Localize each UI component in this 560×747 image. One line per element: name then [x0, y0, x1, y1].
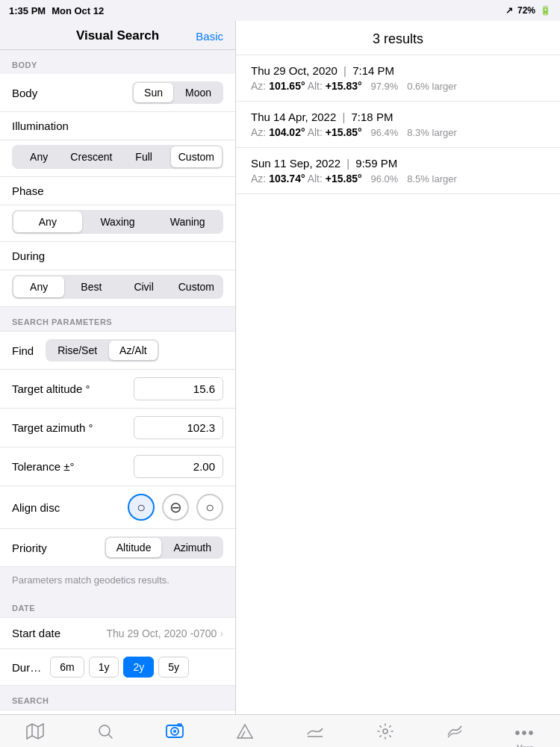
- target-azimuth-row: Target azimuth °: [0, 409, 235, 447]
- illum-crescent-btn[interactable]: Crescent: [66, 146, 116, 167]
- visual-search-icon: [165, 722, 184, 746]
- more-icon: •••: [515, 725, 535, 742]
- body-sun-btn[interactable]: Sun: [134, 83, 173, 102]
- result-2-coords: Az: 104.02° Alt: +15.85° 96.4% 8.3% larg…: [251, 126, 545, 138]
- search-section-header: SEARCH: [0, 686, 235, 710]
- tab-more-label: More: [517, 744, 534, 747]
- illum-full-btn[interactable]: Full: [119, 146, 169, 167]
- battery-icon: 🔋: [540, 5, 551, 16]
- svg-point-14: [383, 729, 388, 734]
- target-altitude-row: Target altitude °: [0, 370, 235, 409]
- settings-icon: [376, 722, 394, 745]
- target-azimuth-input[interactable]: [134, 416, 223, 439]
- result-2-az: 104.02°: [269, 126, 305, 138]
- disc-btn-1[interactable]: ⊖: [162, 494, 189, 521]
- result-item-1: Thu 29 Oct, 2020 | 7:14 PM Az: 101.65° A…: [236, 55, 560, 102]
- phase-segmented: Any Waxing Waning: [12, 210, 223, 234]
- main-container: Visual Search Basic BODY Body Sun Moon I…: [0, 21, 560, 714]
- phase-waning-btn[interactable]: Waning: [153, 211, 222, 232]
- target-azimuth-label: Target azimuth °: [12, 421, 93, 434]
- find-azalt-btn[interactable]: Az/Alt: [109, 341, 158, 360]
- result-item-3: Sun 11 Sep, 2022 | 9:59 PM Az: 103.74° A…: [236, 148, 560, 194]
- start-date-label: Start date: [12, 627, 60, 639]
- phase-any-btn[interactable]: Any: [13, 211, 82, 232]
- dur-1y-btn[interactable]: 1y: [89, 657, 119, 678]
- svg-point-5: [99, 725, 110, 736]
- during-any-btn[interactable]: Any: [13, 276, 64, 297]
- find-riseset-btn[interactable]: Rise/Set: [47, 341, 108, 360]
- tolerance-row: Tolerance ±°: [0, 447, 235, 486]
- illumination-segmented: Any Crescent Full Custom: [12, 145, 223, 169]
- during-label: During: [12, 249, 45, 262]
- body-moon-btn[interactable]: Moon: [175, 83, 222, 102]
- result-1-date: Thu 29 Oct, 2020: [251, 64, 337, 77]
- tab-more[interactable]: ••• More: [490, 725, 560, 747]
- result-1-coords: Az: 101.65° Alt: +15.83° 97.9% 0.6% larg…: [251, 80, 545, 92]
- tab-map[interactable]: Map: [0, 722, 70, 748]
- svg-point-9: [173, 730, 176, 733]
- duration-row: Dur… 6m 1y 2y 5y: [0, 649, 235, 686]
- result-2-alt: +15.85°: [326, 126, 362, 138]
- phase-waxing-btn[interactable]: Waxing: [84, 211, 152, 232]
- right-panel: 3 results Thu 29 Oct, 2020 | 7:14 PM Az:…: [236, 21, 560, 714]
- priority-altitude-btn[interactable]: Altitude: [106, 538, 162, 557]
- during-civil-btn[interactable]: Civil: [119, 276, 169, 297]
- tab-bar: Map Locations Visual search: [0, 714, 560, 747]
- status-bar: 1:35 PM Mon Oct 12 ↗ 72% 🔋: [0, 0, 560, 21]
- tolerance-input[interactable]: [134, 455, 223, 478]
- body-row: Body Sun Moon: [0, 74, 235, 112]
- result-1-size: 0.6% larger: [407, 81, 456, 92]
- during-row: During: [0, 242, 235, 270]
- target-altitude-input[interactable]: [134, 377, 223, 400]
- search-params-header: SEARCH PARAMETERS: [0, 307, 235, 331]
- disc-btn-0[interactable]: ○: [128, 494, 155, 521]
- tab-locations[interactable]: Locations: [70, 722, 140, 748]
- priority-row: Priority Altitude Azimuth: [0, 529, 235, 567]
- dur-6m-btn[interactable]: 6m: [50, 657, 84, 678]
- tab-shadows[interactable]: Shadows: [210, 722, 280, 748]
- result-3-date: Sun 11 Sep, 2022: [251, 157, 340, 170]
- result-3-az: 103.74°: [269, 173, 305, 185]
- result-1-datetime: Thu 29 Oct, 2020 | 7:14 PM: [251, 64, 545, 77]
- find-label: Find: [12, 344, 34, 357]
- duration-buttons: 6m 1y 2y 5y: [50, 657, 189, 678]
- tab-visual-search[interactable]: Visual search: [140, 722, 211, 748]
- status-time: 1:35 PM: [9, 5, 46, 16]
- start-date-text: Thu 29 Oct, 2020 -0700: [106, 627, 217, 639]
- perform-search-row[interactable]: Perform Search: [0, 710, 235, 714]
- result-2-date: Thu 14 Apr, 2022: [251, 111, 336, 123]
- shadows-icon: [236, 722, 254, 745]
- svg-marker-2: [27, 724, 43, 739]
- priority-label: Priority: [12, 542, 47, 554]
- basic-link[interactable]: Basic: [196, 30, 223, 43]
- disc-btn-2[interactable]: ○: [196, 494, 223, 521]
- priority-azimuth-btn[interactable]: Azimuth: [163, 538, 222, 557]
- panel-header: Visual Search Basic: [0, 21, 235, 50]
- dur-2y-btn[interactable]: 2y: [123, 657, 154, 678]
- result-1-az: 101.65°: [269, 80, 305, 92]
- duration-label: Dur…: [12, 661, 41, 674]
- signal-icon: ↗: [505, 5, 513, 16]
- during-custom-btn[interactable]: Custom: [171, 276, 222, 297]
- illum-any-btn[interactable]: Any: [13, 146, 64, 167]
- dur-5y-btn[interactable]: 5y: [158, 657, 189, 678]
- result-3-size: 8.5% larger: [407, 173, 456, 185]
- result-item-2: Thu 14 Apr, 2022 | 7:18 PM Az: 104.02° A…: [236, 102, 560, 148]
- start-date-value: Thu 29 Oct, 2020 -0700 ›: [106, 627, 223, 639]
- result-2-match: 96.4%: [371, 127, 399, 138]
- target-altitude-label: Target altitude °: [12, 382, 90, 395]
- panel-title: Visual Search: [76, 28, 159, 43]
- result-1-match: 97.9%: [371, 81, 399, 92]
- body-label: Body: [12, 87, 37, 99]
- horizon-icon: [306, 722, 324, 745]
- find-row: Find Rise/Set Az/Alt: [0, 331, 235, 370]
- status-date: Mon Oct 12: [52, 5, 104, 16]
- tab-skyfire[interactable]: Skyfire™: [420, 722, 491, 748]
- phase-label: Phase: [12, 185, 44, 197]
- tab-settings[interactable]: Settings: [350, 722, 420, 748]
- illum-custom-btn[interactable]: Custom: [171, 146, 222, 167]
- start-date-row[interactable]: Start date Thu 29 Oct, 2020 -0700 ›: [0, 617, 235, 649]
- tab-horizon[interactable]: Horizon: [280, 722, 350, 748]
- result-2-size: 8.3% larger: [407, 127, 456, 138]
- during-best-btn[interactable]: Best: [66, 276, 116, 297]
